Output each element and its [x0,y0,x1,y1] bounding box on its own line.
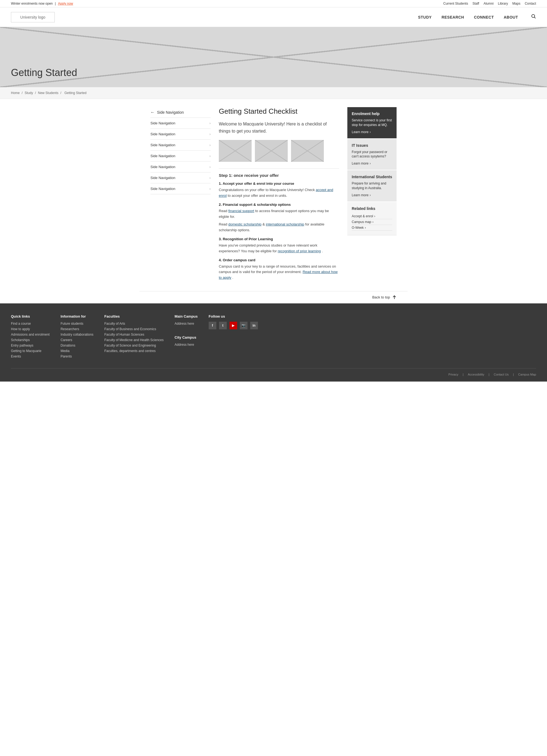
domestic-scholarship-link[interactable]: domestic scholarship [228,222,261,226]
footer-faculties-dept[interactable]: Faculties, departments and centres [104,349,163,353]
enrolment-help-link[interactable]: Learn more › [352,130,392,134]
sidebar-item-4[interactable]: Side Navigation › [150,162,210,172]
campus-map-related-link[interactable]: Campus map › [352,219,392,225]
international-scholarship-link[interactable]: international scholarship [266,222,304,226]
footer-main-campus-heading: Main Campus [174,314,198,318]
section-1-text-after: to accept your offer and enrol in units. [228,194,287,198]
sidebar-item-5[interactable]: Side Navigation › [150,172,210,183]
library-link[interactable]: Library [498,2,508,5]
it-issues-link-label: Learn more [352,162,369,165]
sidebar-item-3[interactable]: Side Navigation › [150,151,210,162]
footer-parents[interactable]: Parents [60,354,93,358]
sidebar-item-label-4: Side Navigation [150,165,175,169]
footer-follow-us-heading: Follow us [209,314,258,318]
section-3-subtitle: 3. Recognition of Prior Learning [219,237,339,241]
back-to-top-button[interactable]: Back to top [139,291,408,303]
chevron-right-icon-3: › [209,154,210,158]
alumni-link[interactable]: Alumni [484,2,494,5]
sidebar-back-label: Side Navigation [157,110,184,115]
oweek-related-link[interactable]: O-Week › [352,225,392,231]
footer-careers[interactable]: Careers [60,338,93,342]
breadcrumb-current: Getting Started [64,91,86,95]
it-issues-desc: Forgot your password or can't access sys… [352,150,392,159]
footer-admissions[interactable]: Admissions and enrolment [11,333,49,336]
current-students-link[interactable]: Current Students [443,2,468,5]
footer-faculty-science[interactable]: Faculty of Science and Engineering [104,344,163,347]
it-issues-card: IT Issues Forgot your password or can't … [347,139,397,170]
footer-city-campus-heading: City Campus [174,335,198,339]
it-issues-title: IT Issues [352,143,392,148]
chevron-icon: › [374,214,375,218]
footer-industry[interactable]: Industry collaborations [60,333,93,336]
footer-faculty-human[interactable]: Faculty of Human Sciences [104,333,163,336]
university-logo[interactable]: University logo [11,12,55,22]
nav-connect[interactable]: CONNECT [474,15,494,19]
footer-future-students[interactable]: Future students [60,322,93,326]
footer-bottom: Privacy | Accessibility | Contact Us | C… [11,368,536,376]
staff-link[interactable]: Staff [472,2,479,5]
announcement-text: Winter enrolments now open [11,2,53,5]
footer-find-course[interactable]: Find a course [11,322,49,326]
chevron-icon: › [370,193,371,197]
nav-study[interactable]: STUDY [418,15,432,19]
footer-media[interactable]: Media [60,349,93,353]
contact-link[interactable]: Contact [525,2,536,5]
footer-faculty-arts[interactable]: Faculty of Arts [104,322,163,326]
page-title: Getting Started Checklist [219,107,339,116]
back-to-top-label: Back to top [372,295,390,299]
prior-learning-link[interactable]: recognition of prior learning [278,249,321,253]
sidebar-item-0[interactable]: Side Navigation › [150,118,210,129]
sidebar-back-button[interactable]: ← Side Navigation [150,107,210,118]
accept-enrol-related-link[interactable]: Accept & enrol › [352,213,392,219]
instagram-icon[interactable]: 📷 [240,322,247,329]
footer-contact-link[interactable]: Contact Us [494,373,508,376]
content-image-1 [219,140,251,162]
sidebar-item-1[interactable]: Side Navigation › [150,129,210,140]
footer-how-to-apply[interactable]: How to apply [11,327,49,331]
footer: Quick links Find a course How to apply A… [0,303,547,382]
apply-link[interactable]: Apply now [58,2,73,5]
breadcrumb-home[interactable]: Home [11,91,20,95]
youtube-icon[interactable]: ▶ [229,322,237,329]
footer-city-campus-address[interactable]: Address here [174,343,198,347]
sidebar-item-label-0: Side Navigation [150,121,175,125]
breadcrumb-study[interactable]: Study [25,91,33,95]
breadcrumb: Home / Study / New Students / Getting St… [0,87,547,99]
footer-information-for: Information for Future students Research… [60,314,93,360]
chevron-icon: › [365,226,366,230]
section-2-text-middle-2: & [262,222,266,226]
footer-scholarships[interactable]: Scholarships [11,338,49,342]
footer-quick-links-heading: Quick links [11,314,49,318]
chevron-right-icon-1: › [209,132,210,136]
footer-faculty-business[interactable]: Faculty of Business and Economics [104,327,163,331]
sidebar-item-2[interactable]: Side Navigation › [150,140,210,151]
footer-events[interactable]: Events [11,354,49,358]
sidebar-item-6[interactable]: Side Navigation › [150,183,210,194]
footer-main-campus-address[interactable]: Address here [174,322,198,326]
linkedin-icon[interactable]: in [250,322,258,329]
footer-faculty-medicine[interactable]: Faculty of Mediicne and Health Sciences [104,338,163,342]
section-1-subtitle: 1. Accept your offer & enrol into your c… [219,181,339,186]
section-2-subtitle: 2. Financial support & scholarship optio… [219,203,339,207]
search-button[interactable] [531,14,536,20]
footer-getting-to-mq[interactable]: Getting to Macquarie [11,349,49,353]
facebook-icon[interactable]: f [209,322,216,329]
international-students-card: International Students Prepare for arriv… [347,170,397,201]
footer-entry-pathways[interactable]: Entry pathways [11,344,49,347]
international-students-link[interactable]: Learn more › [352,193,392,197]
footer-researchers[interactable]: Researchers [60,327,93,331]
breadcrumb-new-students[interactable]: New Students [38,91,58,95]
footer-privacy-link[interactable]: Privacy [449,373,458,376]
footer-campus-map-link[interactable]: Campus Map [518,373,536,376]
it-issues-link[interactable]: Learn more › [352,162,392,165]
svg-point-0 [532,14,535,17]
nav-about[interactable]: ABOUT [504,15,518,19]
nav-research[interactable]: RESEARCH [441,15,464,19]
financial-support-link[interactable]: financial support [228,209,254,213]
footer-grid: Quick links Find a course How to apply A… [11,314,536,360]
chevron-right-icon-0: › [209,121,210,125]
footer-donations[interactable]: Donations [60,344,93,347]
footer-accessibility-link[interactable]: Accessibility [468,373,484,376]
maps-link[interactable]: Maps [512,2,520,5]
twitter-icon[interactable]: t [219,322,227,329]
